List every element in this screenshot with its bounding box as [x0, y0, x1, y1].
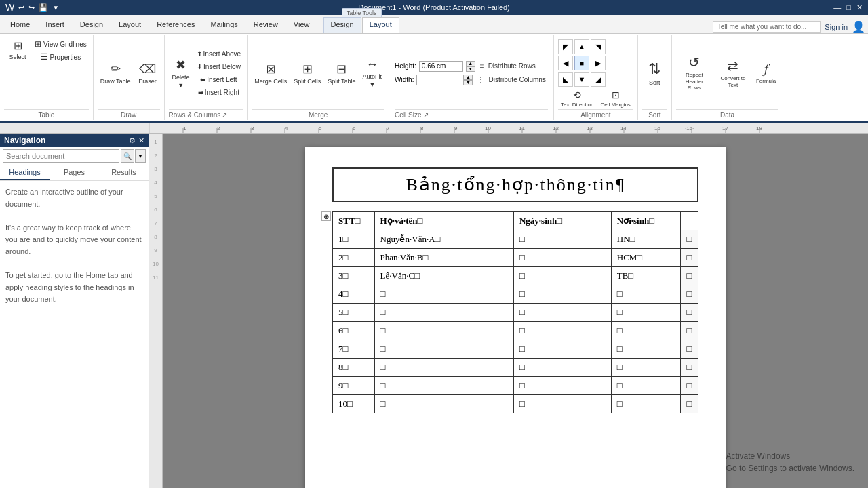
btn-merge-cells[interactable]: ⊠ Merge Cells: [252, 60, 290, 86]
btn-formula[interactable]: 𝑓 Formula: [753, 60, 778, 86]
btn-align-bc[interactable]: ▼: [574, 72, 589, 87]
btn-align-mr[interactable]: ▶: [591, 56, 606, 70]
btn-draw-table[interactable]: ✏ Draw Table: [98, 60, 134, 86]
btn-align-br[interactable]: ◢: [591, 72, 606, 87]
navigation-search: 🔍 ▼: [0, 147, 149, 165]
navigation-header: Navigation ⚙ ✕: [0, 134, 149, 147]
btn-convert-text[interactable]: ⇄ Convert to Text: [715, 56, 751, 89]
btn-sort[interactable]: ⇅ Sort: [642, 58, 667, 89]
search-button[interactable]: 🔍: [121, 149, 134, 163]
document-title: Bảng·tổng·hợp·thông·tin¶: [332, 167, 698, 202]
tab-mailings[interactable]: Mailings: [203, 16, 245, 33]
group-data: ↺ Repeat Header Rows ⇄ Convert to Text 𝑓…: [672, 35, 783, 120]
table-row: 7□ □ □ □ □: [333, 340, 698, 359]
close-button[interactable]: ✕: [856, 3, 863, 12]
cell-name: □: [374, 304, 513, 322]
tab-review[interactable]: Review: [246, 16, 285, 33]
sign-in-button[interactable]: Sign in: [825, 23, 848, 31]
btn-insert-below[interactable]: ⬇Insert Below: [195, 60, 243, 73]
btn-align-mc[interactable]: ■: [574, 56, 589, 70]
tab-design[interactable]: Design: [73, 16, 111, 33]
cell-pob: HCM□: [611, 249, 681, 267]
cell-name: □: [374, 359, 513, 377]
svg-text:·16·: ·16·: [685, 125, 694, 131]
group-merge-label: Merge: [252, 109, 384, 119]
cell-height-input[interactable]: [419, 61, 463, 72]
svg-text:5: 5: [319, 125, 322, 131]
cell-name: Nguyễn·Văn·A□: [374, 230, 513, 249]
group-table-label: Table: [4, 109, 89, 119]
svg-text:2: 2: [217, 125, 220, 131]
btn-align-bl[interactable]: ◣: [558, 72, 573, 87]
btn-split-table[interactable]: ⊟ Split Table: [325, 60, 358, 86]
btn-distribute-rows[interactable]: ≡ Distribute Rows: [478, 60, 538, 73]
width-up[interactable]: ▲: [463, 75, 473, 80]
tab-insert[interactable]: Insert: [38, 16, 72, 33]
cell-stt: 9□: [333, 377, 375, 395]
cell-name: □: [374, 285, 513, 304]
user-icon[interactable]: 👤: [852, 20, 865, 33]
btn-align-ml[interactable]: ◀: [558, 56, 573, 70]
btn-autofit[interactable]: ↔ AutoFit ▼: [360, 56, 385, 89]
document-page: Bảng·tổng·hợp·thông·tin¶ ⊕ STT□ Họ·và·tê…: [305, 147, 726, 488]
btn-insert-right[interactable]: ➡Insert Right: [195, 86, 243, 98]
group-alignment-label: Alignment: [558, 109, 633, 119]
btn-properties[interactable]: ☰Properties: [33, 51, 89, 63]
btn-align-tc[interactable]: ▲: [574, 39, 589, 54]
tab-table-design[interactable]: Design: [323, 17, 361, 33]
btn-text-direction[interactable]: ⟲ Text Direction: [558, 88, 596, 109]
rows-cols-expand[interactable]: ↗: [222, 111, 227, 119]
btn-insert-above[interactable]: ⬆Insert Above: [195, 47, 243, 60]
height-down[interactable]: ▼: [466, 66, 475, 72]
btn-insert-left[interactable]: ⬅Insert Left: [195, 73, 243, 85]
btn-distribute-cols[interactable]: ⋮ Distribute Columns: [475, 74, 547, 86]
nav-tab-results[interactable]: Results: [99, 165, 149, 180]
tab-references[interactable]: References: [149, 16, 202, 33]
table-move-handle[interactable]: ⊕: [321, 211, 331, 221]
horizontal-ruler: 1 2 3 4 5 6 7 8 9 10 11 12 13 1: [0, 123, 868, 134]
data-table: STT□ Họ·và·tên□ Ngày·sinh□ Nơi·sinh□ 1□ …: [332, 211, 698, 413]
tab-view[interactable]: View: [286, 16, 317, 33]
group-alignment: ◤ ▲ ◥ ◀ ■ ▶ ◣ ▼ ◢ ⟲ Text Direction ⊡ Cel…: [554, 35, 638, 120]
search-options-button[interactable]: ▼: [135, 149, 146, 163]
height-up[interactable]: ▲: [466, 61, 475, 66]
tab-layout[interactable]: Layout: [111, 16, 149, 33]
table-row: 8□ □ □ □ □: [333, 359, 698, 377]
maximize-button[interactable]: □: [846, 3, 851, 12]
table-row: 9□ □ □ □ □: [333, 377, 698, 395]
btn-align-tl[interactable]: ◤: [558, 39, 573, 54]
btn-delete[interactable]: ✖ Delete ▼: [169, 56, 193, 90]
btn-view-gridlines[interactable]: ⊞View Gridlines: [33, 38, 89, 50]
table-row: 4□ □ □ □ □: [333, 285, 698, 304]
search-input[interactable]: [3, 149, 119, 163]
svg-text:1: 1: [183, 125, 186, 131]
btn-select[interactable]: ⊞ Select: [4, 38, 31, 62]
nav-tab-pages[interactable]: Pages: [50, 165, 99, 180]
col-header-name: Họ·và·tên□: [374, 212, 513, 230]
cell-name: □: [374, 322, 513, 340]
cell-width-input[interactable]: [416, 75, 460, 85]
btn-cell-margins[interactable]: ⊡ Cell Margins: [597, 88, 633, 109]
btn-align-tr[interactable]: ◥: [591, 39, 606, 54]
cell-dob: □: [513, 340, 611, 359]
width-down[interactable]: ▼: [463, 80, 473, 85]
cell-size-expand[interactable]: ↗: [423, 111, 429, 119]
nav-tab-headings[interactable]: Headings: [0, 165, 50, 180]
nav-close-icon[interactable]: ✕: [138, 136, 144, 145]
tab-home[interactable]: Home: [3, 16, 37, 33]
cell-dob: □: [513, 249, 611, 267]
nav-settings-icon[interactable]: ⚙: [129, 136, 136, 145]
cell-extra: □: [681, 249, 698, 267]
svg-text:4: 4: [285, 125, 288, 131]
group-draw-label: Draw: [98, 109, 160, 119]
cell-extra: □: [681, 304, 698, 322]
cell-name: □: [374, 395, 513, 413]
tab-table-layout[interactable]: Layout: [362, 17, 399, 33]
btn-split-cells[interactable]: ⊞ Split Cells: [291, 60, 323, 86]
btn-repeat-header[interactable]: ↺ Repeat Header Rows: [676, 53, 713, 93]
cell-pob: TB□: [611, 267, 681, 285]
minimize-button[interactable]: —: [833, 3, 841, 12]
btn-eraser[interactable]: ⌫ Eraser: [136, 60, 160, 86]
tell-me-box[interactable]: Tell me what you want to do...: [713, 21, 821, 33]
cell-pob: □: [611, 359, 681, 377]
